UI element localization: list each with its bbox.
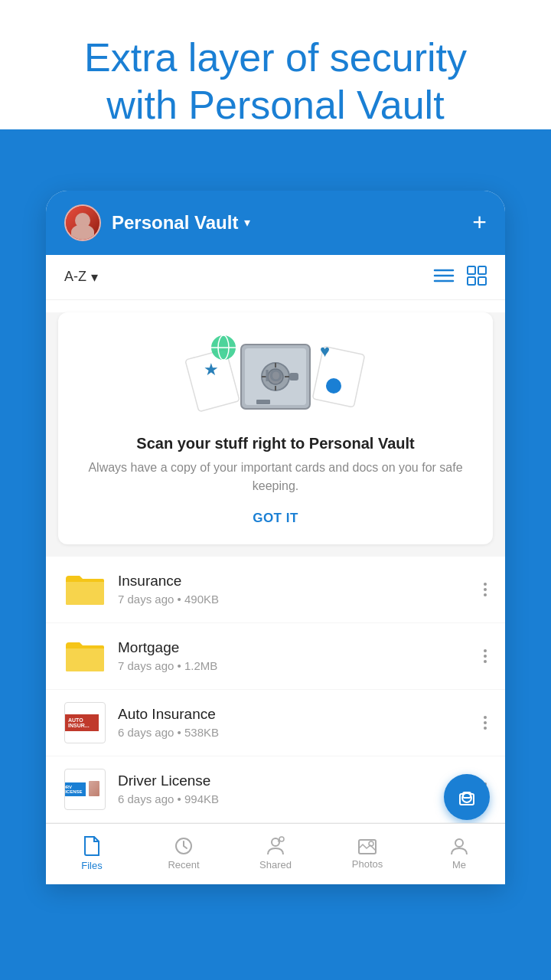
got-it-button[interactable]: GOT IT	[253, 511, 298, 526]
add-button[interactable]: +	[472, 208, 487, 237]
svg-rect-6	[478, 277, 486, 285]
nav-item-recent[interactable]: Recent	[138, 836, 230, 871]
nav-label-photos: Photos	[352, 858, 383, 870]
avatar	[64, 204, 101, 241]
bottom-navigation: Files Recent	[46, 823, 505, 884]
svg-rect-25	[256, 400, 270, 404]
file-meta: 7 days ago • 490KB	[118, 593, 471, 606]
vault-illustration: ★ ♥	[77, 331, 474, 423]
svg-rect-3	[468, 266, 475, 274]
grid-view-icon[interactable]	[467, 266, 487, 289]
list-item[interactable]: Mortgage 7 days ago • 1.2MB	[46, 623, 505, 689]
file-name: Insurance	[118, 573, 471, 590]
svg-rect-4	[478, 266, 486, 274]
file-meta: 6 days ago • 538KB	[118, 726, 471, 739]
nav-item-shared[interactable]: Shared	[230, 836, 321, 871]
nav-item-me[interactable]: Me	[413, 836, 505, 871]
document-thumbnail: DRV LICENSE	[64, 769, 106, 810]
file-meta: 7 days ago • 1.2MB	[118, 659, 471, 672]
file-info: Mortgage 7 days ago • 1.2MB	[118, 639, 471, 672]
more-options-button[interactable]	[484, 583, 487, 596]
file-name: Driver License	[118, 773, 471, 789]
nav-item-files[interactable]: Files	[46, 835, 138, 871]
svg-point-14	[326, 378, 341, 394]
folder-thumbnail	[64, 635, 106, 677]
svg-text:♥: ♥	[320, 341, 330, 361]
list-view-icon[interactable]	[433, 267, 455, 287]
file-info: Insurance 7 days ago • 490KB	[118, 573, 471, 606]
info-card-desc: Always have a copy of your important car…	[77, 459, 474, 495]
app-header: Personal Vault ▾ +	[46, 191, 505, 255]
svg-rect-5	[468, 277, 475, 285]
title-chevron-icon[interactable]: ▾	[244, 215, 250, 230]
svg-text:IO: IO	[265, 366, 282, 385]
hero-title: Extra layer of security with Personal Va…	[46, 34, 505, 129]
file-name: Mortgage	[118, 639, 471, 656]
vault-title: Personal Vault	[112, 212, 238, 234]
main-content: ★ ♥	[46, 312, 505, 884]
camera-fab-button[interactable]	[444, 774, 490, 820]
svg-point-29	[272, 838, 279, 846]
nav-label-shared: Shared	[259, 859, 292, 871]
file-meta: 6 days ago • 994KB	[118, 792, 471, 805]
sort-selector[interactable]: A-Z ▾	[64, 269, 98, 286]
document-thumbnail: AUTO INSUR...	[64, 702, 106, 743]
sort-bar: A-Z ▾	[46, 255, 505, 300]
info-card: ★ ♥	[58, 312, 493, 544]
nav-label-recent: Recent	[168, 859, 199, 871]
svg-text:★: ★	[204, 360, 219, 379]
more-options-button[interactable]	[484, 649, 487, 663]
nav-label-me: Me	[452, 859, 466, 871]
more-options-button[interactable]	[484, 716, 487, 730]
phone-mockup: Personal Vault ▾ + A-Z ▾	[46, 191, 505, 884]
nav-label-files: Files	[81, 860, 102, 871]
sort-chevron-icon: ▾	[91, 269, 98, 286]
sort-label-text: A-Z	[64, 269, 86, 285]
file-info: Auto Insurance 6 days ago • 538KB	[118, 706, 471, 739]
list-item[interactable]: AUTO INSUR... Auto Insurance	[46, 690, 505, 756]
info-card-title: Scan your stuff right to Personal Vault	[77, 435, 474, 452]
svg-rect-7	[185, 349, 240, 412]
svg-point-33	[455, 839, 463, 847]
svg-rect-23	[289, 373, 298, 381]
folder-thumbnail	[64, 569, 106, 610]
svg-point-30	[279, 837, 284, 841]
nav-item-photos[interactable]: Photos	[321, 837, 413, 870]
list-item[interactable]: Insurance 7 days ago • 490KB	[46, 557, 505, 622]
list-item[interactable]: DRV LICENSE	[46, 756, 505, 822]
file-info: Driver License 6 days ago • 994KB	[118, 773, 471, 805]
file-name: Auto Insurance	[118, 706, 471, 723]
